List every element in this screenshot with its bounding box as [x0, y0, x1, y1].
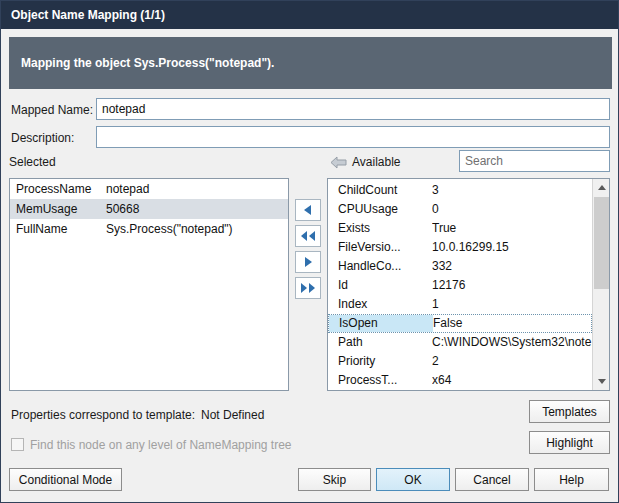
list-item[interactable]: HandleCo... 332 — [328, 257, 592, 276]
help-button[interactable]: Help — [534, 468, 609, 491]
cancel-button[interactable]: Cancel — [455, 468, 529, 491]
single-right-arrow-icon — [302, 256, 314, 268]
skip-button[interactable]: Skip — [298, 468, 371, 491]
double-left-arrow-icon — [300, 230, 316, 242]
title-bar: Object Name Mapping (1/1) — [1, 1, 618, 29]
search-box[interactable] — [459, 150, 610, 172]
single-left-arrow-icon — [302, 204, 314, 216]
banner-text: Mapping the object Sys.Process("notepad"… — [21, 56, 274, 70]
list-item[interactable]: FileVersio... 10.0.16299.15 — [328, 238, 592, 257]
object-name-mapping-dialog: Object Name Mapping (1/1) Mapping the ob… — [0, 0, 619, 503]
find-node-checkbox — [11, 438, 24, 451]
list-item-selected[interactable]: MemUsage 50668 — [10, 199, 288, 219]
list-item[interactable]: ProcessName notepad — [10, 179, 288, 199]
conditional-mode-button[interactable]: Conditional Mode — [9, 468, 122, 491]
up-arrow-icon — [598, 185, 606, 190]
templates-button[interactable]: Templates — [529, 400, 610, 423]
highlight-button[interactable]: Highlight — [529, 431, 610, 454]
list-item[interactable]: FullName Sys.Process("notepad") — [10, 219, 288, 239]
available-properties-list[interactable]: ChildCount 3 CPUUsage 0 Exists True File… — [327, 178, 610, 391]
description-label: Description: — [11, 131, 74, 145]
move-all-left-button[interactable] — [295, 225, 321, 247]
scroll-down-button[interactable] — [593, 373, 610, 390]
list-item[interactable]: CPUUsage 0 — [328, 200, 592, 219]
template-label: Properties correspond to template: — [11, 408, 195, 422]
selected-properties-list[interactable]: ProcessName notepad MemUsage 50668 FullN… — [9, 178, 289, 391]
ok-button[interactable]: OK — [376, 468, 450, 491]
list-item[interactable]: ProcessT... x64 — [328, 371, 592, 390]
list-item[interactable]: Id 12176 — [328, 276, 592, 295]
list-item[interactable]: Index 1 — [328, 295, 592, 314]
window-title: Object Name Mapping (1/1) — [11, 8, 165, 22]
search-input[interactable] — [460, 154, 619, 168]
available-panel-label: Available — [352, 155, 400, 169]
move-left-button[interactable] — [295, 199, 321, 221]
mapped-name-input[interactable] — [96, 98, 610, 120]
left-arrow-icon — [330, 155, 347, 173]
move-right-button[interactable] — [295, 251, 321, 273]
move-all-right-button[interactable] — [295, 277, 321, 299]
list-item[interactable]: Path C:\WINDOWS\System32\note... — [328, 333, 592, 352]
list-item[interactable]: Exists True — [328, 219, 592, 238]
list-item[interactable]: Priority 2 — [328, 352, 592, 371]
mapped-name-label: Mapped Name: — [11, 103, 93, 117]
mapping-banner: Mapping the object Sys.Process("notepad"… — [9, 37, 612, 89]
scroll-up-button[interactable] — [593, 179, 610, 196]
description-input[interactable] — [96, 126, 610, 148]
vertical-scrollbar[interactable] — [592, 179, 609, 390]
scrollbar-thumb[interactable] — [594, 197, 609, 289]
double-right-arrow-icon — [300, 282, 316, 294]
down-arrow-icon — [598, 379, 606, 384]
list-item[interactable]: ChildCount 3 — [328, 181, 592, 200]
list-item-highlighted[interactable]: IsOpen False — [328, 314, 592, 333]
find-node-label: Find this node on any level of NameMappi… — [30, 438, 292, 452]
selected-panel-label: Selected — [9, 155, 56, 169]
template-value: Not Defined — [201, 408, 264, 422]
